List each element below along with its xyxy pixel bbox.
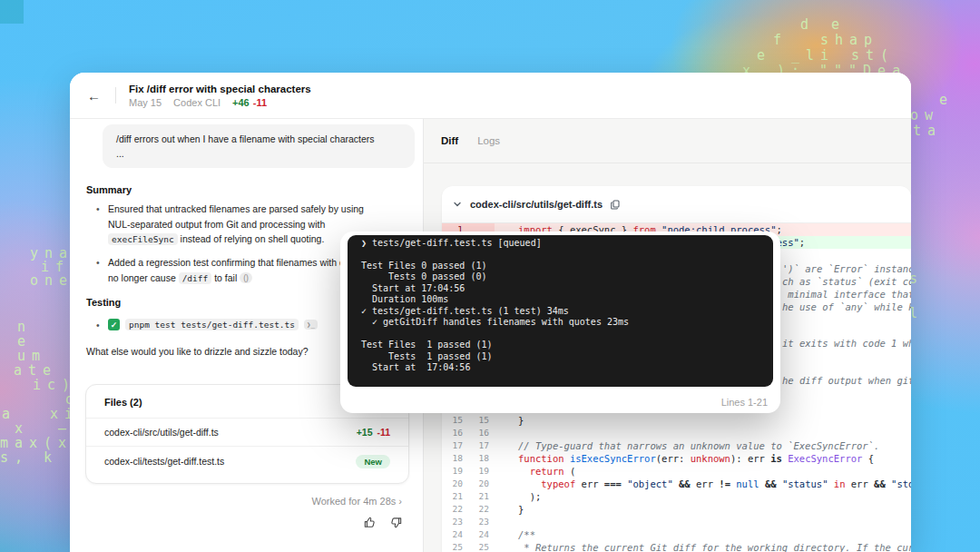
testing-heading: Testing — [86, 297, 121, 308]
diff-comment-fragment: ch as `status` (exit co — [782, 276, 911, 287]
matrix-glyph: s — [909, 272, 924, 286]
file-path: codex-cli/src/utils/get-diff.ts — [104, 427, 219, 438]
diff-code-lines: 1515}16161717// Type-guard that narrows … — [442, 414, 911, 552]
summary-bullet-2: •Added a regression test confirming that… — [108, 255, 380, 286]
feedback-buttons — [363, 516, 403, 532]
matrix-glyph: e — [939, 94, 954, 107]
file-row[interactable]: codex-cli/src/utils/get-diff.ts+15 -11 — [86, 419, 408, 447]
bullet-dot: • — [96, 255, 100, 271]
thumbs-down-button[interactable] — [389, 516, 403, 532]
tab-diff[interactable]: Diff — [441, 135, 458, 146]
chevron-down-icon[interactable] — [453, 200, 462, 209]
diff-comment-fragment: he use of `any` while k — [782, 301, 911, 312]
diff-file-path: codex-cli/src/utils/get-diff.ts — [470, 199, 603, 210]
matrix-glyph: um — [17, 350, 46, 363]
terminal-lines-label: Lines 1-21 — [721, 397, 768, 408]
user-message-bubble: /diff errors out when I have a filename … — [103, 124, 415, 168]
task-date: May 15 — [129, 97, 162, 108]
terminal-line: Tests 0 passed (0) — [361, 271, 760, 282]
file-row-meta: +15 -11 — [357, 427, 390, 438]
copy-icon[interactable] — [611, 200, 620, 210]
diff-comment-fragment: it exits with code 1 wh — [782, 338, 911, 349]
diff-row: 2424/** — [442, 528, 911, 541]
terminal-line: ✓ getGitDiff handles filenames with quot… — [361, 317, 760, 328]
thumbs-up-button[interactable] — [363, 516, 377, 532]
terminal-line — [361, 249, 760, 260]
test-command-chip: pnpm test tests/get-diff.test.ts — [125, 319, 299, 330]
terminal-popover: ❯ tests/get-diff.test.ts [queued] Test F… — [340, 232, 780, 413]
tab-logs[interactable]: Logs — [477, 135, 500, 146]
diff-file-header[interactable]: codex-cli/src/utils/get-diff.ts — [442, 186, 911, 223]
chevron-right-icon: › — [398, 496, 402, 507]
matrix-glyph: e — [17, 335, 32, 349]
matrix-glyph: ow — [910, 109, 939, 123]
terminal-line: ✓ tests/get-diff.test.ts (1 test) 34ms — [361, 306, 760, 317]
corner-accent-square — [0, 0, 24, 24]
diff-row: 2222} — [442, 503, 911, 516]
terminal-line: Tests 1 passed (1) — [361, 351, 760, 362]
worked-duration-label: Worked for 4m 28s — [312, 496, 397, 507]
diff-row: 1616 — [442, 427, 911, 439]
diff-row: 1919 return ( — [442, 465, 911, 478]
terminal-line: Start at 17:04:56 — [361, 283, 760, 294]
back-button[interactable]: ← — [87, 89, 101, 103]
user-message-ellipsis: ... — [116, 146, 401, 161]
file-row-meta: New — [356, 456, 390, 467]
summary-heading: Summary — [86, 184, 132, 195]
diff-comment-fragment: he diff output when git — [782, 375, 911, 386]
matrix-glyph: n — [17, 320, 32, 334]
inline-code-chip: execFileSync — [108, 233, 178, 245]
diff-additions: +46 — [232, 97, 250, 108]
test-command-row: • ✓ pnpm test tests/get-diff.test.ts ❯_ — [108, 319, 318, 330]
matrix-glyph: shap — [820, 34, 878, 47]
matrix-glyph: st( — [851, 49, 895, 63]
matrix-glyph: l — [909, 307, 924, 320]
matrix-glyph: f — [773, 34, 788, 47]
terminal-icon[interactable]: ❯_ — [304, 320, 318, 330]
bullet-dot: • — [96, 202, 100, 217]
matrix-glyph: _li — [791, 49, 835, 63]
matrix-glyph: k — [44, 451, 58, 465]
panel-tabs: DiffLogs — [424, 119, 911, 163]
diff-row: 1717// Type-guard that narrows an unknow… — [442, 439, 911, 452]
terminal-line: ❯ tests/get-diff.test.ts [queued] — [361, 238, 760, 249]
diff-comment-fragment: minimal interface that — [782, 289, 911, 300]
assistant-question: What else would you like to drizzle and … — [86, 346, 309, 357]
inline-code-chip: /diff — [179, 272, 212, 284]
files-list: codex-cli/src/utils/get-diff.ts+15 -11co… — [86, 419, 408, 475]
bullet-dot: • — [96, 320, 100, 330]
terminal-line: Duration 100ms — [361, 294, 760, 305]
diff-row: 2525 * Returns the current Git diff for … — [442, 541, 911, 552]
file-row[interactable]: codex-cli/tests/get-diff.test.tsNew — [86, 447, 408, 475]
header-divider — [115, 87, 116, 104]
diff-row: 1818function isExecSyncError(err: unknow… — [442, 452, 911, 465]
worked-duration-toggle[interactable]: Worked for 4m 28s › — [85, 496, 402, 507]
citation-badge[interactable]: () — [240, 272, 252, 283]
diff-row: 1515} — [442, 414, 911, 427]
diff-row: 2323 — [442, 516, 911, 528]
terminal-line — [361, 329, 760, 340]
matrix-glyph: ta — [913, 124, 942, 138]
terminal-line: Start at 17:04:56 — [361, 362, 760, 373]
matrix-glyph: e — [831, 18, 846, 32]
task-source: Codex CLI — [173, 97, 220, 108]
matrix-glyph: e — [757, 49, 771, 63]
codex-task-window: ← Fix /diff error with special character… — [70, 73, 911, 552]
matrix-glyph: d — [800, 18, 815, 32]
desktop-background: ynaifoneneumateic)oaxix—max(xs,kdefshape… — [0, 0, 980, 552]
task-subtitle: May 15 Codex CLI +46 -11 — [129, 97, 311, 108]
task-title: Fix /diff error with special characters — [129, 84, 311, 94]
diff-deletions: -11 — [253, 97, 267, 108]
diff-row: 2020 typeof err === "object" && err != n… — [442, 478, 911, 490]
terminal-line: Test Files 1 passed (1) — [361, 340, 760, 350]
matrix-glyph: one — [30, 274, 74, 288]
terminal-line: Test Files 0 passed (1) — [361, 261, 760, 271]
user-message-text: /diff errors out when I have a filename … — [116, 132, 401, 146]
terminal-output: ❯ tests/get-diff.test.ts [queued] Test F… — [348, 235, 773, 387]
matrix-glyph: a — [2, 408, 16, 421]
new-badge: New — [356, 455, 390, 468]
file-deletions: -11 — [374, 427, 390, 438]
file-path: codex-cli/tests/get-diff.test.ts — [104, 456, 224, 467]
summary-bullet-1: •Ensured that untracked filenames are pa… — [108, 202, 380, 248]
matrix-glyph: s, — [0, 451, 29, 465]
